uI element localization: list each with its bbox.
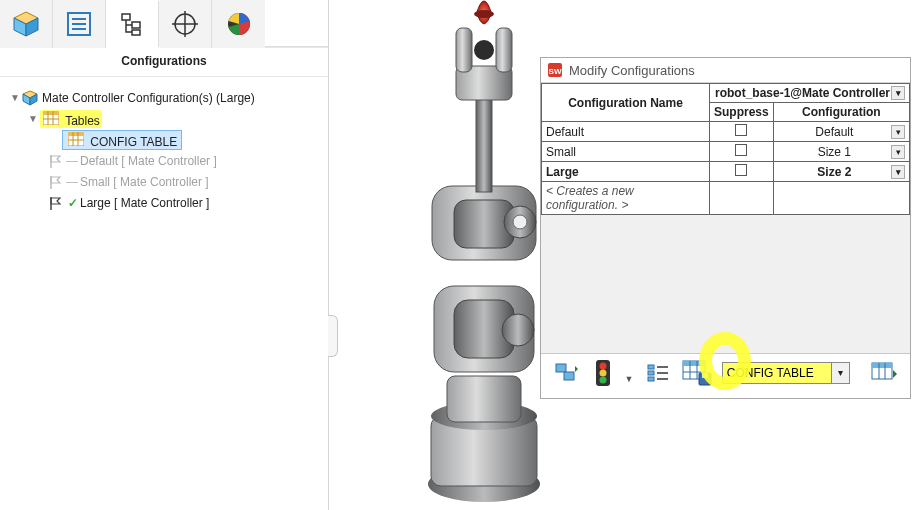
checkbox[interactable] bbox=[735, 144, 747, 156]
svg-rect-43 bbox=[456, 28, 472, 72]
svg-rect-18 bbox=[43, 111, 59, 115]
chevron-down-icon[interactable]: ▾ bbox=[832, 362, 850, 384]
table-icon bbox=[67, 131, 85, 147]
rebuild-button[interactable] bbox=[553, 358, 581, 388]
flag-icon bbox=[46, 195, 64, 211]
svg-point-45 bbox=[474, 40, 494, 60]
expand-icon[interactable]: ▼ bbox=[8, 92, 22, 103]
svg-rect-9 bbox=[132, 30, 140, 35]
dropdown-caret[interactable]: ▼ bbox=[625, 362, 634, 384]
svg-rect-7 bbox=[122, 14, 130, 20]
table-row[interactable]: Small Size 1▾ bbox=[542, 142, 910, 162]
modify-configurations-dialog: SW Modify Configurations Configuration N… bbox=[540, 57, 911, 399]
svg-rect-69 bbox=[872, 363, 892, 368]
svg-rect-67 bbox=[702, 373, 708, 378]
dialog-body: Configuration Name robot_base-1@Mate Con… bbox=[541, 83, 910, 353]
svg-rect-49 bbox=[556, 364, 566, 372]
col-feature[interactable]: robot_base-1@Mate Controller▾ bbox=[710, 84, 910, 103]
svg-rect-23 bbox=[68, 132, 84, 136]
tables-folder[interactable]: ▼ Tables bbox=[6, 108, 324, 129]
app-icon: SW bbox=[547, 62, 563, 78]
config-table-label: CONFIG TABLE bbox=[90, 135, 177, 149]
table-name-input[interactable] bbox=[722, 362, 832, 384]
svg-rect-62 bbox=[683, 361, 705, 366]
dialog-title: Modify Configurations bbox=[569, 63, 695, 78]
config-label: Small [ Mate Controller ] bbox=[80, 175, 209, 189]
config-table-node[interactable]: CONFIG TABLE bbox=[6, 129, 324, 150]
panel-title: Configurations bbox=[0, 48, 328, 77]
chevron-down-icon[interactable]: ▾ bbox=[891, 165, 905, 179]
tab-display[interactable] bbox=[212, 0, 265, 48]
col-name[interactable]: Configuration Name bbox=[542, 84, 710, 122]
svg-rect-41 bbox=[476, 92, 492, 192]
svg-text:SW: SW bbox=[549, 67, 562, 76]
col-config[interactable]: Configuration bbox=[773, 103, 909, 122]
apply-table-button[interactable] bbox=[870, 358, 898, 388]
svg-rect-57 bbox=[648, 377, 654, 381]
root-label: Mate Controller Configuration(s) (Large) bbox=[42, 91, 255, 105]
table-row[interactable]: Large Size 2▾ bbox=[542, 162, 910, 182]
config-label: Default [ Mate Controller ] bbox=[80, 154, 217, 168]
configurations-table[interactable]: Configuration Name robot_base-1@Mate Con… bbox=[541, 83, 910, 215]
tables-label: Tables bbox=[65, 114, 100, 128]
dialog-bottom-bar: ▼ ▾ bbox=[541, 353, 910, 398]
tree-icon bbox=[119, 11, 145, 37]
traffic-light-button[interactable] bbox=[591, 358, 614, 388]
panel-tabs bbox=[0, 0, 328, 48]
target-icon bbox=[172, 11, 198, 37]
checkbox[interactable] bbox=[735, 164, 747, 176]
check-icon: ✓ bbox=[68, 196, 78, 210]
appearance-icon bbox=[226, 11, 252, 37]
svg-point-54 bbox=[599, 377, 606, 384]
tab-assembly[interactable] bbox=[0, 0, 53, 48]
dialog-titlebar[interactable]: SW Modify Configurations bbox=[541, 58, 910, 83]
chevron-down-icon[interactable]: ▾ bbox=[891, 86, 905, 100]
tab-feature-manager[interactable] bbox=[53, 0, 106, 48]
list-view-button[interactable] bbox=[643, 358, 671, 388]
tab-dimxpert[interactable] bbox=[159, 0, 212, 48]
config-large[interactable]: ✓ Large [ Mate Controller ] bbox=[6, 192, 324, 213]
table-name-field[interactable]: ▾ bbox=[722, 361, 850, 385]
table-folder-icon bbox=[42, 110, 60, 126]
config-tree: ▼ Mate Controller Configuration(s) (Larg… bbox=[0, 77, 328, 213]
save-table-button[interactable] bbox=[682, 358, 712, 388]
svg-point-53 bbox=[599, 370, 606, 377]
panel-collapse-handle[interactable] bbox=[328, 315, 338, 357]
flag-icon bbox=[46, 153, 64, 169]
svg-point-46 bbox=[474, 10, 494, 18]
tab-config-manager[interactable] bbox=[106, 0, 159, 48]
chevron-down-icon[interactable]: ▾ bbox=[891, 145, 905, 159]
assembly-config-icon bbox=[22, 90, 40, 106]
config-label: Large [ Mate Controller ] bbox=[80, 196, 209, 210]
svg-rect-33 bbox=[447, 376, 521, 422]
cube-icon bbox=[12, 10, 40, 38]
new-config-row[interactable]: < Creates a new configuration. > bbox=[542, 182, 910, 215]
root-node[interactable]: ▼ Mate Controller Configuration(s) (Larg… bbox=[6, 87, 324, 108]
checkbox[interactable] bbox=[735, 124, 747, 136]
svg-rect-50 bbox=[564, 372, 574, 380]
configuration-panel: Configurations ▼ Mate Controller Configu… bbox=[0, 0, 328, 510]
col-suppress[interactable]: Suppress bbox=[710, 103, 774, 122]
list-icon bbox=[66, 11, 92, 37]
svg-point-36 bbox=[502, 314, 534, 346]
svg-point-52 bbox=[599, 363, 606, 370]
config-small[interactable]: — Small [ Mate Controller ] bbox=[6, 171, 324, 192]
svg-rect-55 bbox=[648, 365, 654, 369]
chevron-down-icon[interactable]: ▾ bbox=[891, 125, 905, 139]
table-row[interactable]: Default Default▾ bbox=[542, 122, 910, 142]
config-default[interactable]: — Default [ Mate Controller ] bbox=[6, 150, 324, 171]
svg-rect-44 bbox=[496, 28, 512, 72]
svg-rect-56 bbox=[648, 371, 654, 375]
expand-icon[interactable]: ▼ bbox=[26, 113, 40, 124]
svg-rect-8 bbox=[132, 22, 140, 28]
flag-icon bbox=[46, 174, 64, 190]
svg-point-40 bbox=[513, 215, 527, 229]
